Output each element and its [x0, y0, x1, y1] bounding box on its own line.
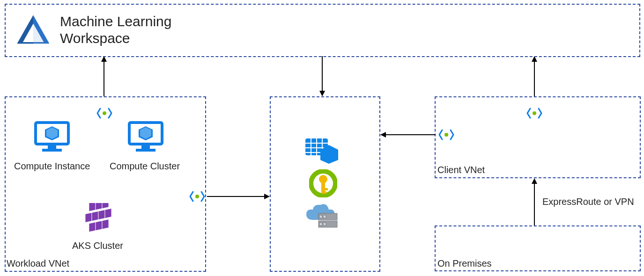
svg-rect-17: [96, 203, 102, 210]
on-premises-label: On Premises: [437, 258, 492, 269]
private-endpoint-icon: [526, 107, 542, 120]
svg-rect-12: [141, 145, 150, 149]
svg-marker-56: [380, 132, 386, 138]
svg-rect-38: [321, 191, 326, 194]
expressroute-label: ExpressRoute or VPN: [542, 196, 634, 207]
workspace-title-line2: Workspace: [60, 30, 130, 46]
svg-rect-22: [105, 209, 111, 218]
svg-rect-42: [323, 215, 326, 218]
svg-rect-43: [319, 223, 322, 225]
aks-cluster-icon: [80, 203, 119, 235]
arrow-client-to-services: [380, 130, 436, 139]
svg-rect-8: [42, 149, 62, 152]
arrow-workload-to-services: [207, 192, 270, 201]
keyvault-icon: [309, 169, 337, 197]
aks-cluster-label: AKS Cluster: [72, 240, 123, 251]
svg-point-35: [319, 175, 327, 183]
svg-rect-25: [102, 219, 109, 229]
compute-instance-icon: [34, 121, 70, 153]
svg-point-5: [195, 195, 199, 198]
svg-point-46: [444, 133, 448, 137]
svg-rect-41: [319, 215, 322, 218]
client-vnet-label: Client VNet: [437, 165, 485, 175]
svg-rect-19: [85, 212, 92, 222]
svg-rect-23: [89, 222, 96, 232]
svg-rect-18: [102, 203, 109, 209]
storage-icon: [304, 137, 339, 164]
container-registry-icon: [306, 204, 340, 230]
workload-vnet-label: Workload VNet: [7, 258, 69, 269]
arrow-onprem-to-client: [530, 178, 539, 225]
arrow-workspace-to-services: [318, 56, 327, 96]
workspace-title-line1: Machine Learning: [60, 14, 172, 29]
svg-rect-21: [98, 210, 105, 220]
svg-point-45: [533, 111, 536, 115]
svg-rect-7: [48, 145, 56, 149]
svg-rect-24: [96, 221, 102, 231]
arrow-workload-to-workspace: [99, 56, 109, 96]
private-endpoint-icon: [189, 190, 205, 203]
svg-point-4: [103, 111, 106, 115]
svg-rect-36: [321, 182, 325, 193]
svg-marker-54: [264, 194, 270, 199]
svg-marker-48: [101, 56, 107, 62]
svg-rect-13: [136, 149, 155, 152]
svg-marker-52: [532, 56, 537, 62]
svg-marker-50: [319, 91, 325, 96]
svg-rect-44: [323, 223, 326, 225]
azure-ml-icon: [14, 12, 52, 51]
compute-instance-label: Compute Instance: [14, 161, 90, 172]
compute-cluster-icon: [127, 121, 164, 153]
svg-rect-20: [92, 211, 98, 221]
private-endpoint-icon: [96, 107, 112, 120]
compute-cluster-label: Compute Cluster: [110, 161, 180, 172]
private-endpoint-icon: [438, 128, 454, 141]
svg-rect-37: [321, 188, 328, 190]
arrow-client-to-workspace: [530, 56, 539, 96]
svg-rect-16: [89, 203, 96, 211]
workspace-title: Machine Learning Workspace: [60, 13, 172, 47]
svg-marker-58: [532, 178, 537, 184]
